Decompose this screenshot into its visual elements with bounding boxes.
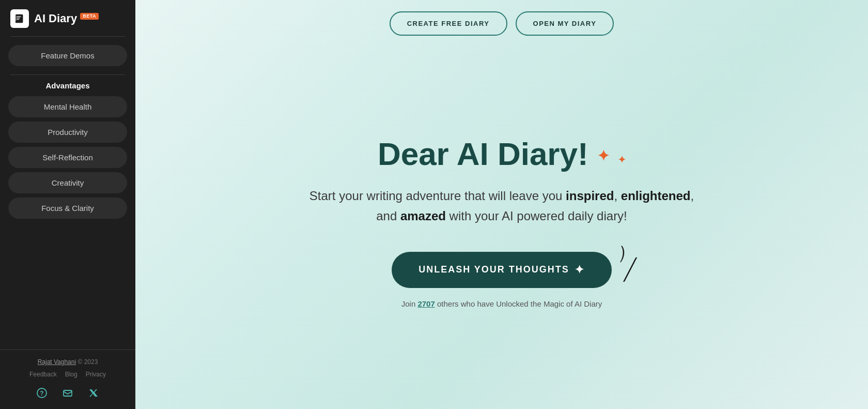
sparkle-icon-1: ✦ xyxy=(597,148,609,164)
footer-blog-link[interactable]: Blog xyxy=(65,371,78,378)
advantages-heading: Advantages xyxy=(8,81,127,90)
footer-icons: ? xyxy=(10,385,125,401)
advantage-self-reflection[interactable]: Self-Reflection xyxy=(8,147,127,168)
advantage-productivity[interactable]: Productivity xyxy=(8,122,127,143)
hero-section: Dear AI Diary! ✦ ✦ Start your writing ad… xyxy=(278,36,725,409)
footer-year: © 2023 xyxy=(78,358,98,366)
subtitle-comma1: , xyxy=(614,189,621,203)
open-my-diary-button[interactable]: OPEN MY DIARY xyxy=(516,11,614,36)
logo-name: AI Diary xyxy=(34,13,77,24)
svg-rect-4 xyxy=(15,15,16,22)
join-pre: Join xyxy=(401,299,418,308)
footer-privacy-link[interactable]: Privacy xyxy=(86,371,106,378)
help-icon[interactable]: ? xyxy=(34,385,50,401)
unleash-thoughts-button[interactable]: UNLEASH YOUR THOUGHTS ✦ xyxy=(392,252,612,288)
main-header: CREATE FREE DIARY OPEN MY DIARY xyxy=(135,0,868,36)
subtitle-pre: Start your writing adventure that will l… xyxy=(309,189,566,203)
advantages-list: Mental Health Productivity Self-Reflecti… xyxy=(8,96,127,219)
svg-rect-1 xyxy=(17,16,21,17)
join-text: Join 2707 others who have Unlocked the M… xyxy=(401,299,602,308)
twitter-icon[interactable] xyxy=(86,385,101,401)
main-content: CREATE FREE DIARY OPEN MY DIARY Dear AI … xyxy=(135,0,868,409)
subtitle-inspired: inspired xyxy=(566,189,614,203)
logo-area: AI Diary BETA xyxy=(0,0,135,36)
footer-feedback-link[interactable]: Feedback xyxy=(29,371,57,378)
advantage-creativity[interactable]: Creativity xyxy=(8,172,127,193)
logo-icon xyxy=(10,9,29,28)
hero-title: Dear AI Diary! ✦ ✦ xyxy=(378,137,626,172)
logo-title: AI Diary BETA xyxy=(34,13,99,24)
join-post: others who have Unlocked the Magic of AI… xyxy=(435,299,602,308)
cta-wrapper: UNLEASH YOUR THOUGHTS ✦ ）╱ xyxy=(392,252,612,288)
sparkle-icon-2: ✦ xyxy=(618,155,626,165)
footer-copyright: Rajat Vaghani © 2023 xyxy=(10,358,125,366)
sidebar: AI Diary BETA Feature Demos Advantages M… xyxy=(0,0,135,409)
mail-icon[interactable] xyxy=(60,385,75,401)
feature-demos-button[interactable]: Feature Demos xyxy=(8,45,127,66)
advantage-focus-clarity[interactable]: Focus & Clarity xyxy=(8,198,127,219)
beta-badge: BETA xyxy=(80,13,99,20)
hero-title-text: Dear AI Diary! xyxy=(378,136,588,172)
footer-links: Feedback Blog Privacy xyxy=(10,371,125,378)
svg-rect-0 xyxy=(16,14,23,23)
svg-rect-3 xyxy=(17,19,19,20)
create-free-diary-button[interactable]: CREATE FREE DIARY xyxy=(390,11,507,36)
sidebar-footer: Rajat Vaghani © 2023 Feedback Blog Priva… xyxy=(0,350,135,409)
svg-rect-2 xyxy=(17,18,20,18)
sidebar-nav: Feature Demos xyxy=(0,37,135,70)
cta-label: UNLEASH YOUR THOUGHTS xyxy=(419,264,569,275)
hero-subtitle: Start your writing adventure that will l… xyxy=(309,186,694,226)
svg-text:?: ? xyxy=(40,390,43,397)
curl-decoration: ）╱ xyxy=(615,241,640,281)
cta-star-icon: ✦ xyxy=(575,263,585,277)
advantage-mental-health[interactable]: Mental Health xyxy=(8,96,127,117)
footer-author-link[interactable]: Rajat Vaghani xyxy=(38,358,76,366)
logo-text: AI Diary BETA xyxy=(34,13,99,24)
join-count: 2707 xyxy=(417,299,435,308)
advantages-section: Advantages Mental Health Productivity Se… xyxy=(0,75,135,219)
subtitle-post: with your AI powered daily diary! xyxy=(446,209,627,223)
subtitle-amazed: amazed xyxy=(400,209,446,223)
subtitle-enlightened: enlightened xyxy=(621,189,691,203)
svg-rect-7 xyxy=(64,390,72,396)
